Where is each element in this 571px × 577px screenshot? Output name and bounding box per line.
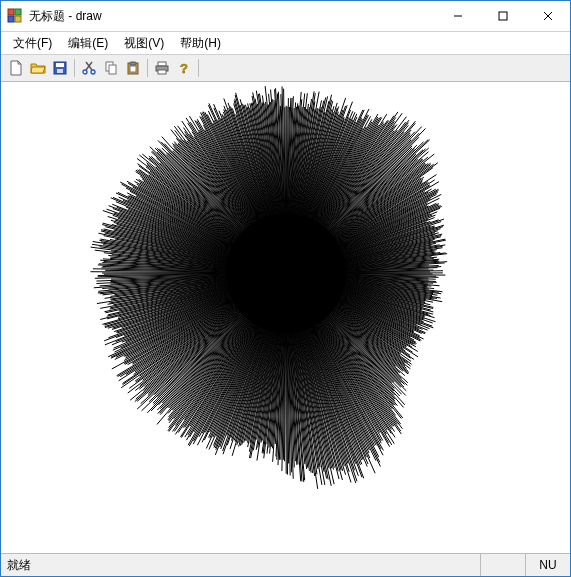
cut-icon — [81, 60, 97, 76]
svg-rect-9 — [56, 63, 64, 67]
status-pane-empty — [480, 554, 525, 576]
title-bar[interactable]: 无标题 - draw — [1, 1, 570, 32]
open-button[interactable] — [27, 57, 49, 79]
svg-point-13 — [83, 70, 87, 74]
copy-icon — [103, 60, 119, 76]
menu-bar: 文件(F) 编辑(E) 视图(V) 帮助(H) — [1, 32, 570, 55]
new-file-icon — [8, 60, 24, 76]
toolbar-separator — [74, 59, 75, 77]
menu-help[interactable]: 帮助(H) — [172, 33, 229, 54]
maximize-button[interactable] — [480, 2, 525, 31]
svg-rect-16 — [109, 65, 116, 74]
toolbar: ? — [1, 55, 570, 82]
svg-point-14 — [91, 70, 95, 74]
status-bar: 就绪 NU — [1, 553, 570, 576]
svg-rect-1 — [15, 9, 21, 15]
toolbar-separator — [198, 59, 199, 77]
save-icon — [52, 60, 68, 76]
help-button[interactable]: ? — [173, 57, 195, 79]
canvas-area[interactable] — [1, 82, 570, 553]
new-button[interactable] — [5, 57, 27, 79]
help-icon: ? — [176, 60, 192, 76]
menu-file[interactable]: 文件(F) — [5, 33, 60, 54]
drawing-canvas[interactable] — [1, 83, 570, 553]
menu-edit[interactable]: 编辑(E) — [60, 33, 116, 54]
svg-rect-2 — [8, 16, 14, 22]
close-icon — [543, 11, 553, 21]
svg-rect-19 — [130, 66, 136, 72]
maximize-icon — [498, 11, 508, 21]
menu-view[interactable]: 视图(V) — [116, 33, 172, 54]
app-icon — [7, 8, 23, 24]
svg-rect-5 — [499, 12, 507, 20]
svg-rect-18 — [130, 62, 136, 65]
minimize-button[interactable] — [435, 2, 480, 31]
paste-button[interactable] — [122, 57, 144, 79]
paste-icon — [125, 60, 141, 76]
svg-rect-20 — [158, 62, 166, 66]
svg-text:?: ? — [180, 61, 188, 76]
open-folder-icon — [30, 60, 46, 76]
svg-rect-10 — [57, 69, 63, 73]
minimize-icon — [453, 11, 463, 21]
status-indicator: NU — [525, 554, 570, 576]
save-button[interactable] — [49, 57, 71, 79]
status-ready: 就绪 — [1, 557, 480, 574]
toolbar-separator — [147, 59, 148, 77]
window-title: 无标题 - draw — [29, 8, 102, 25]
cut-button[interactable] — [78, 57, 100, 79]
close-button[interactable] — [525, 2, 570, 31]
print-button[interactable] — [151, 57, 173, 79]
app-window: 无标题 - draw 文件(F) 编辑(E) 视图(V) 帮助(H) — [0, 0, 571, 577]
print-icon — [154, 60, 170, 76]
svg-rect-3 — [15, 16, 21, 22]
svg-rect-0 — [8, 9, 14, 15]
svg-rect-22 — [158, 70, 166, 74]
copy-button[interactable] — [100, 57, 122, 79]
